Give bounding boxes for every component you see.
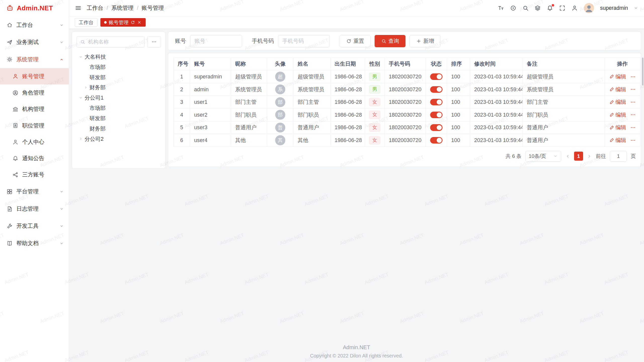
goto-page-input[interactable] <box>610 151 627 161</box>
profile-icon[interactable] <box>571 5 578 11</box>
tab-0[interactable]: 工作台 <box>75 18 97 27</box>
edit-button[interactable]: 编辑 <box>609 124 626 131</box>
more-actions-button[interactable] <box>630 124 636 130</box>
scrollbar-thumb[interactable] <box>642 58 644 85</box>
reset-button[interactable]: 重置 <box>340 35 371 47</box>
logo[interactable]: Admin.NET <box>0 0 69 16</box>
tree-node-label: 市场部 <box>90 105 106 112</box>
edit-button[interactable]: 编辑 <box>609 86 626 93</box>
status-toggle[interactable] <box>430 137 442 144</box>
cell-account: superadmin <box>190 70 231 83</box>
hamburger-menu-icon[interactable] <box>75 5 82 12</box>
tree-caret-icon[interactable] <box>79 96 83 100</box>
account-input[interactable] <box>190 35 242 47</box>
sidebar-subitem-2[interactable]: 机构管理 <box>0 101 69 117</box>
breadcrumb-item[interactable]: 账号管理 <box>142 4 164 12</box>
tab-1[interactable]: 账号管理 <box>100 18 146 27</box>
add-label: 新增 <box>423 37 434 44</box>
sidebar-subitem-3[interactable]: 职位管理 <box>0 117 69 134</box>
tree-node[interactable]: 研发部 <box>76 72 161 82</box>
theme-icon[interactable] <box>534 5 541 11</box>
more-actions-button[interactable] <box>630 86 636 92</box>
tree-caret-icon[interactable] <box>84 85 88 89</box>
sidebar-item-2[interactable]: 系统管理 <box>0 51 69 68</box>
sidebar-subitem-6[interactable]: 三方账号 <box>0 167 69 183</box>
tree-node[interactable]: 市场部 <box>76 103 161 113</box>
sidebar-item-label: 平台管理 <box>16 188 38 195</box>
sidebar-menu: 工作台业务测试系统管理账号管理角色管理机构管理职位管理个人中心通知公告三方账号平… <box>0 16 69 252</box>
tree-node[interactable]: 研发部 <box>76 113 161 124</box>
sidebar-item-1[interactable]: 业务测试 <box>0 34 69 51</box>
tree-node[interactable]: 市场部 <box>76 62 161 72</box>
tree-node[interactable]: 分公司1 <box>76 93 161 103</box>
status-toggle[interactable] <box>430 86 442 93</box>
search-icon[interactable] <box>522 5 529 11</box>
page-button-1[interactable]: 1 <box>574 152 583 161</box>
chevron-down-icon[interactable] <box>634 6 638 10</box>
tree-node[interactable]: 分公司2 <box>76 134 161 144</box>
tree-node[interactable]: 大名科技 <box>76 52 161 62</box>
more-actions-button[interactable] <box>630 137 636 143</box>
status-toggle[interactable] <box>430 124 442 131</box>
edit-button[interactable]: 编辑 <box>609 111 626 118</box>
font-size-icon[interactable] <box>498 5 504 11</box>
sidebar-item-label: 业务测试 <box>16 38 38 46</box>
more-actions-button[interactable] <box>630 99 636 105</box>
org-search-input[interactable] <box>87 38 141 45</box>
share-icon <box>12 172 18 178</box>
sidebar-item-3[interactable]: 平台管理 <box>0 183 69 200</box>
tab-close-icon[interactable] <box>137 20 142 25</box>
tab-refresh-icon[interactable] <box>131 20 135 25</box>
fullscreen-icon[interactable] <box>559 5 566 11</box>
sidebar-subitem-1[interactable]: 角色管理 <box>0 84 69 101</box>
column-header: 状态 <box>426 58 447 70</box>
sidebar-subitem-0[interactable]: 账号管理 <box>0 68 69 84</box>
table-card: 序号账号昵称头像姓名出生日期性别手机号码状态排序修改时间备注操作1superad… <box>168 53 641 166</box>
phone-input[interactable] <box>278 35 330 47</box>
tree-caret-icon[interactable] <box>79 137 83 141</box>
prev-page-button[interactable] <box>565 154 570 159</box>
username[interactable]: superadmin <box>600 5 628 11</box>
sidebar-item-6[interactable]: 帮助文档 <box>0 235 69 252</box>
notifications-button[interactable] <box>547 5 553 11</box>
scan-icon[interactable] <box>510 5 516 11</box>
tree-node[interactable]: 财务部 <box>76 82 161 93</box>
user-circle-icon <box>12 90 18 96</box>
org-search-field[interactable] <box>76 36 145 48</box>
tree-caret-icon[interactable] <box>79 55 83 59</box>
edit-button[interactable]: 编辑 <box>609 99 626 106</box>
notification-badge <box>552 4 554 7</box>
edit-button[interactable]: 编辑 <box>609 73 626 80</box>
tags-bar: 工作台账号管理 <box>69 16 644 29</box>
breadcrumb-item[interactable]: 工作台 <box>87 4 103 12</box>
org-more-button[interactable] <box>147 36 161 48</box>
sidebar-item-5[interactable]: 开发工具 <box>0 217 69 235</box>
edit-button[interactable]: 编辑 <box>609 137 626 144</box>
more-icon <box>151 39 157 45</box>
status-toggle[interactable] <box>430 73 442 80</box>
breadcrumb-item[interactable]: 系统管理 <box>111 4 134 12</box>
gender-tag: 女 <box>369 98 380 106</box>
table-row: 1superadmin超级管理员超超级管理员1986-06-28男1802003… <box>173 70 640 83</box>
next-page-button[interactable] <box>587 154 592 159</box>
sidebar-subitem-5[interactable]: 通知公告 <box>0 150 69 166</box>
cell-modified: 2023-01-03 10:59:44 <box>470 108 522 121</box>
cell-nickname: 部门职员 <box>231 108 267 121</box>
page-size-select[interactable]: 10条/页 <box>525 151 561 161</box>
status-toggle[interactable] <box>430 112 442 118</box>
sidebar-item-0[interactable]: 工作台 <box>0 16 69 34</box>
table-row: 4user2部门职员部部门职员1986-06-28女18020030720100… <box>173 108 640 121</box>
column-header: 修改时间 <box>470 58 522 70</box>
tree-node[interactable]: 财务部 <box>76 123 161 134</box>
search-button[interactable]: 查询 <box>375 35 406 47</box>
more-actions-button[interactable] <box>630 112 636 118</box>
column-header: 序号 <box>173 58 190 70</box>
cell-account: admin <box>190 83 231 96</box>
more-actions-button[interactable] <box>630 74 636 80</box>
cell-no: 5 <box>173 121 190 134</box>
sidebar-subitem-4[interactable]: 个人中心 <box>0 134 69 150</box>
status-toggle[interactable] <box>430 99 442 105</box>
sidebar-item-4[interactable]: 日志管理 <box>0 200 69 218</box>
add-button[interactable]: 新增 <box>410 35 440 47</box>
user-avatar[interactable] <box>584 3 594 13</box>
